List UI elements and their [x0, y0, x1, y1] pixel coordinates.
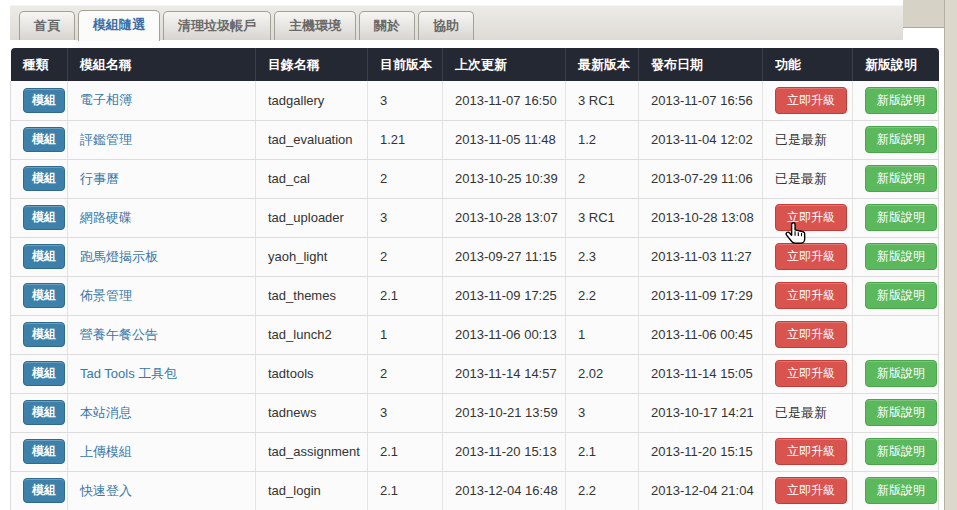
module-name-link[interactable]: 網路硬碟	[80, 210, 132, 225]
cell-release-date: 2013-11-09 17:29	[639, 276, 763, 315]
cell-current-version: 1.21	[368, 120, 443, 159]
upgrade-now-button[interactable]: 立即升級	[775, 282, 847, 309]
cell-dirname: tadgallery	[256, 81, 368, 120]
table-row: 模組本站消息tadnews32013-10-21 13:5932013-10-1…	[11, 393, 939, 432]
module-name-link[interactable]: 電子相簿	[80, 92, 132, 107]
module-type-badge: 模組	[23, 283, 65, 308]
module-name-link[interactable]: 行事曆	[80, 171, 119, 186]
module-name-link[interactable]: 上傳模組	[80, 444, 132, 459]
column-header: 目錄名稱	[256, 48, 368, 81]
release-notes-button[interactable]: 新版說明	[865, 438, 937, 465]
cell-dirname: tad_uploader	[256, 198, 368, 237]
admin-tab-bar: 首頁 模組隨選 清理垃圾帳戶 主機環境 關於 協助	[10, 5, 903, 40]
column-header: 功能	[763, 48, 853, 81]
table-row: 模組快速登入tad_login2.12013-12-04 16:482.2201…	[11, 471, 939, 510]
table-row: 模組網路硬碟tad_uploader32013-10-28 13:073 RC1…	[11, 198, 939, 237]
cell-dirname: tad_login	[256, 471, 368, 510]
cell-last-updated: 2013-11-14 14:57	[443, 354, 566, 393]
cell-current-version: 3	[368, 198, 443, 237]
module-name-link[interactable]: 快速登入	[80, 483, 132, 498]
cell-current-version: 2	[368, 159, 443, 198]
cell-last-updated: 2013-11-07 16:50	[443, 81, 566, 120]
cell-dirname: tad_assignment	[256, 432, 368, 471]
cell-latest-version: 2.1	[566, 432, 639, 471]
cell-latest-version: 3 RC1	[566, 81, 639, 120]
release-notes-button[interactable]: 新版說明	[865, 360, 937, 387]
tab-host-environment[interactable]: 主機環境	[274, 11, 356, 40]
cell-last-updated: 2013-10-21 13:59	[443, 393, 566, 432]
upgrade-now-button[interactable]: 立即升級	[775, 204, 847, 231]
cell-release-date: 2013-11-07 16:56	[639, 81, 763, 120]
release-notes-button[interactable]: 新版說明	[865, 87, 937, 114]
table-row: 模組行事曆tad_cal22013-10-25 10:3922013-07-29…	[11, 159, 939, 198]
release-notes-button[interactable]: 新版說明	[865, 204, 937, 231]
column-header: 新版說明	[853, 48, 939, 81]
table-row: 模組電子相簿tadgallery32013-11-07 16:503 RC120…	[11, 81, 939, 120]
release-notes-button[interactable]: 新版說明	[865, 126, 937, 153]
release-notes-button[interactable]: 新版說明	[865, 282, 937, 309]
table-row: 模組營養午餐公告tad_lunch212013-11-06 00:1312013…	[11, 315, 939, 354]
column-header: 目前版本	[368, 48, 443, 81]
tab-home[interactable]: 首頁	[19, 11, 75, 40]
column-header: 發布日期	[639, 48, 763, 81]
cell-latest-version: 1	[566, 315, 639, 354]
cell-current-version: 2.1	[368, 432, 443, 471]
module-type-badge: 模組	[23, 244, 65, 269]
tab-clean-junk-accounts[interactable]: 清理垃圾帳戶	[163, 11, 271, 40]
cell-release-date: 2013-10-28 13:08	[639, 198, 763, 237]
upgrade-now-button[interactable]: 立即升級	[775, 477, 847, 504]
module-type-badge: 模組	[23, 478, 65, 503]
upgrade-now-button[interactable]: 立即升級	[775, 243, 847, 270]
tab-module-on-demand[interactable]: 模組隨選	[78, 10, 160, 41]
up-to-date-label: 已是最新	[775, 171, 827, 186]
cell-latest-version: 2.02	[566, 354, 639, 393]
module-name-link[interactable]: 跑馬燈揭示板	[80, 249, 158, 264]
tab-help[interactable]: 協助	[418, 11, 474, 40]
up-to-date-label: 已是最新	[775, 132, 827, 147]
table-row: 模組評鑑管理tad_evaluation1.212013-11-05 11:48…	[11, 120, 939, 159]
upgrade-now-button[interactable]: 立即升級	[775, 360, 847, 387]
cell-latest-version: 2.2	[566, 276, 639, 315]
cell-last-updated: 2013-12-04 16:48	[443, 471, 566, 510]
module-name-link[interactable]: Tad Tools 工具包	[80, 366, 177, 381]
release-notes-button[interactable]: 新版說明	[865, 165, 937, 192]
cell-dirname: tad_lunch2	[256, 315, 368, 354]
module-name-link[interactable]: 佈景管理	[80, 288, 132, 303]
release-notes-button[interactable]: 新版說明	[865, 477, 937, 504]
release-notes-button[interactable]: 新版說明	[865, 399, 937, 426]
cell-latest-version: 2.2	[566, 471, 639, 510]
module-table: 種類模組名稱目錄名稱目前版本上次更新最新版本發布日期功能新版說明 模組電子相簿t…	[10, 48, 938, 510]
upgrade-now-button[interactable]: 立即升級	[775, 438, 847, 465]
cell-dirname: yaoh_light	[256, 237, 368, 276]
cell-last-updated: 2013-11-06 00:13	[443, 315, 566, 354]
cell-last-updated: 2013-10-25 10:39	[443, 159, 566, 198]
cell-dirname: tad_themes	[256, 276, 368, 315]
cell-current-version: 2.1	[368, 276, 443, 315]
release-notes-button[interactable]: 新版說明	[865, 243, 937, 270]
table-row: 模組上傳模組tad_assignment2.12013-11-20 15:132…	[11, 432, 939, 471]
cell-dirname: tadnews	[256, 393, 368, 432]
module-name-link[interactable]: 營養午餐公告	[80, 327, 158, 342]
cell-latest-version: 2.3	[566, 237, 639, 276]
module-type-badge: 模組	[23, 439, 65, 464]
up-to-date-label: 已是最新	[775, 405, 827, 420]
module-name-link[interactable]: 評鑑管理	[80, 132, 132, 147]
tab-about[interactable]: 關於	[359, 11, 415, 40]
table-row: 模組Tad Tools 工具包tadtools22013-11-14 14:57…	[11, 354, 939, 393]
cell-current-version: 2.1	[368, 471, 443, 510]
upgrade-now-button[interactable]: 立即升級	[775, 321, 847, 348]
module-name-link[interactable]: 本站消息	[80, 405, 132, 420]
cell-dirname: tad_evaluation	[256, 120, 368, 159]
upgrade-now-button[interactable]: 立即升級	[775, 87, 847, 114]
module-type-badge: 模組	[23, 127, 65, 152]
cell-dirname: tadtools	[256, 354, 368, 393]
module-type-badge: 模組	[23, 166, 65, 191]
cell-latest-version: 1.2	[566, 120, 639, 159]
table-row: 模組佈景管理tad_themes2.12013-11-09 17:252.220…	[11, 276, 939, 315]
cell-last-updated: 2013-11-05 11:48	[443, 120, 566, 159]
cell-release-date: 2013-12-04 21:04	[639, 471, 763, 510]
cell-latest-version: 2	[566, 159, 639, 198]
cell-last-updated: 2013-11-20 15:13	[443, 432, 566, 471]
cell-last-updated: 2013-09-27 11:15	[443, 237, 566, 276]
cell-latest-version: 3	[566, 393, 639, 432]
